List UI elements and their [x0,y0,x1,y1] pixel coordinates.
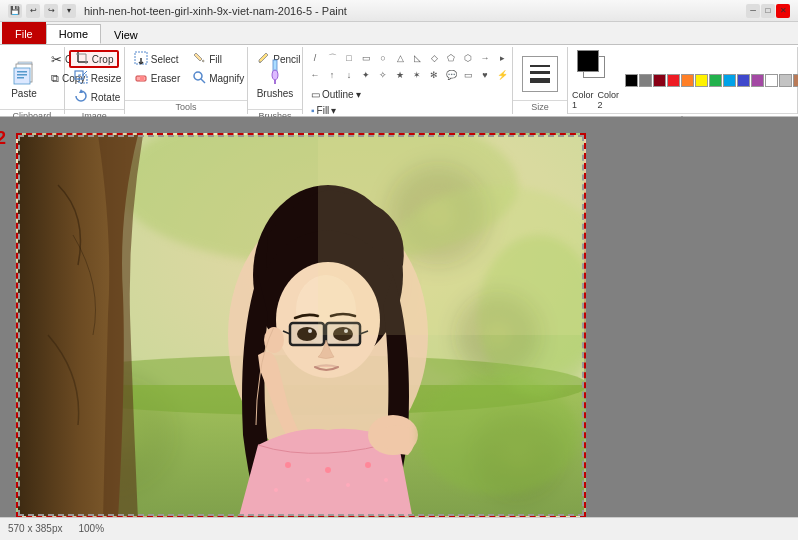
shape-rect[interactable]: □ [341,50,357,66]
crop-icon [75,51,89,67]
svg-point-62 [346,483,350,487]
crop-label: Crop [92,54,114,65]
quick-access-toolbar[interactable]: 💾 ↩ ↪ ▾ [8,4,76,18]
shape-ellipse[interactable]: ○ [375,50,391,66]
status-dimensions: 570 x 385px [8,523,63,534]
image-group: Crop Resize [65,47,125,114]
canvas-wrapper: 2 [16,133,586,517]
rotate-icon [74,89,88,105]
eraser-button[interactable]: Eraser [129,69,185,87]
resize-button[interactable]: Resize [69,69,127,87]
brushes-group: Brushes Brushes [248,47,303,114]
svg-point-67 [418,375,578,495]
select-button[interactable]: Select [129,50,185,68]
shape-star6[interactable]: ✶ [409,67,425,83]
photo-content [18,135,586,517]
eraser-icon [134,70,148,86]
cut-icon: ✂ [51,52,62,67]
crop-button[interactable]: Crop [69,50,120,68]
swatch-indigo[interactable] [737,74,750,87]
swatch-purple[interactable] [751,74,764,87]
canvas-area[interactable]: 3 2 [0,117,798,517]
shape-line[interactable]: / [307,50,323,66]
shape-arrow-left[interactable]: ← [307,67,323,83]
rotate-button[interactable]: Rotate [69,88,125,106]
svg-point-61 [325,467,331,473]
shape-heart[interactable]: ♥ [477,67,493,83]
swatch-blue[interactable] [723,74,736,87]
size-selector[interactable] [522,56,558,92]
fill-button[interactable]: Fill [187,50,249,68]
shape-righttriangle[interactable]: ◺ [409,50,425,66]
maximize-button[interactable]: □ [761,4,775,18]
shape-curve[interactable]: ⌒ [324,50,340,66]
colors-group: Color 1 Color 2 [568,47,798,114]
shape-star-rounded[interactable]: ✻ [426,67,442,83]
swatch-orange[interactable] [681,74,694,87]
save-icon[interactable]: 💾 [8,4,22,18]
outline-label: Outline [322,89,354,100]
status-bar: 570 x 385px 100% [0,517,798,539]
copy-icon: ⧉ [51,72,59,85]
tab-home[interactable]: Home [46,24,101,44]
eraser-label: Eraser [151,73,180,84]
shape-diamond[interactable]: ◇ [426,50,442,66]
shape-callout2[interactable]: ▭ [460,67,476,83]
brush-icon [261,58,289,86]
tab-file[interactable]: File [2,22,46,44]
color-selector-area[interactable] [577,50,615,88]
svg-point-64 [274,488,278,492]
swatch-green[interactable] [709,74,722,87]
shape-triangle[interactable]: △ [392,50,408,66]
fill-shape-button[interactable]: ▪ Fill ▾ [307,103,365,118]
shape-hexagon[interactable]: ⬡ [460,50,476,66]
dropdown-icon[interactable]: ▾ [62,4,76,18]
shape-star4[interactable]: ✧ [375,67,391,83]
swatch-white[interactable] [765,74,778,87]
svg-rect-4 [17,74,27,76]
undo-icon[interactable]: ↩ [26,4,40,18]
svg-rect-69 [318,135,586,335]
svg-rect-5 [17,77,24,79]
shape-more[interactable]: ▸ [494,50,510,66]
tab-view[interactable]: View [101,24,151,44]
shape-pentagon[interactable]: ⬠ [443,50,459,66]
outline-button[interactable]: ▭ Outline ▾ [307,87,365,102]
shape-roundrect[interactable]: ▭ [358,50,374,66]
swatch-gray[interactable] [639,74,652,87]
color2-label: Color 2 [598,90,620,110]
fill-icon [192,51,206,67]
swatch-darkred[interactable] [653,74,666,87]
shape-arrow-right[interactable]: → [477,50,493,66]
outline-dropdown[interactable]: ▾ [356,89,361,100]
size-line-2 [530,71,550,74]
paste-label: Paste [11,88,37,99]
shape-star5[interactable]: ★ [392,67,408,83]
select-icon [134,51,148,67]
redo-icon[interactable]: ↪ [44,4,58,18]
fill-dropdown[interactable]: ▾ [331,105,336,116]
shape-lightning[interactable]: ⚡ [494,67,510,83]
swatch-yellow[interactable] [695,74,708,87]
swatch-red[interactable] [667,74,680,87]
magnify-button[interactable]: Magnify [187,69,249,87]
size-line-3 [530,78,550,83]
close-button[interactable]: ✕ [776,4,790,18]
tools-group: Select Eraser [125,47,248,114]
shapes-grid: / ⌒ □ ▭ ○ △ ◺ ◇ ⬠ ⬡ → ▸ ← ↑ ↓ ✦ [307,50,510,83]
clipboard-group: Paste ✂ Cut ⧉ Copy Clipboard [0,47,65,114]
swatch-brown[interactable] [793,74,798,87]
shape-arrow-up[interactable]: ↑ [324,67,340,83]
svg-rect-19 [140,76,144,81]
paste-button[interactable]: Paste [4,50,44,106]
shape-4arrow[interactable]: ✦ [358,67,374,83]
swatch-black[interactable] [625,74,638,87]
shape-callout[interactable]: 💬 [443,67,459,83]
outline-icon: ▭ [311,89,320,100]
shape-arrow-down[interactable]: ↓ [341,67,357,83]
brushes-button[interactable]: Brushes [252,50,298,106]
canvas-image[interactable] [16,133,586,517]
minimize-button[interactable]: ─ [746,4,760,18]
color1-swatch [577,50,599,72]
swatch-lgray[interactable] [779,74,792,87]
